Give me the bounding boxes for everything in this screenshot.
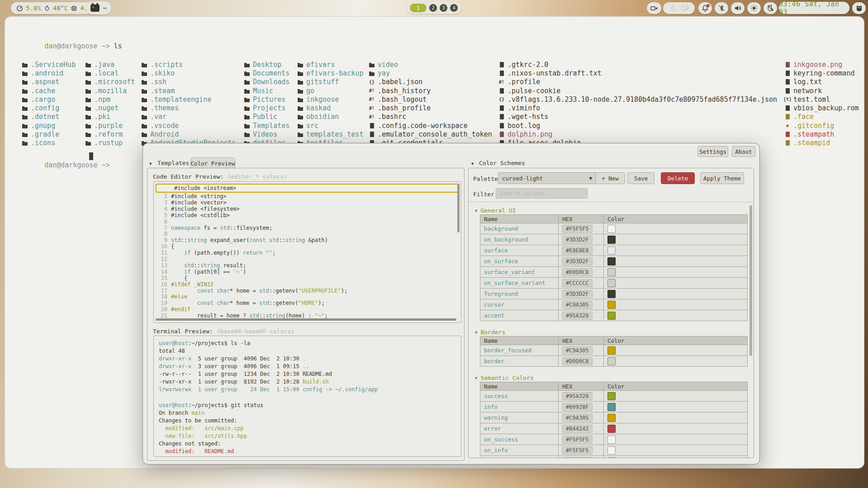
- templates-collapse-icon[interactable]: ▼: [149, 161, 152, 166]
- color-swatch[interactable]: [607, 312, 616, 320]
- color-schemes-collapse-icon[interactable]: ▼: [471, 161, 474, 166]
- hex-value-field[interactable]: #95A328: [562, 312, 593, 320]
- color-row[interactable]: on_background#3D3D2F: [480, 234, 748, 245]
- hex-value-field[interactable]: #F5F5F5: [562, 457, 593, 459]
- color-row[interactable]: on_surface#3D3D2F: [480, 256, 748, 267]
- color-row[interactable]: surface#E8E8E8: [480, 245, 748, 256]
- apply-theme-button[interactable]: Apply Theme: [700, 172, 744, 184]
- folder-icon: [141, 114, 147, 120]
- screencast-button[interactable]: [647, 2, 661, 14]
- color-row[interactable]: error#B44242: [480, 423, 748, 434]
- color-swatch[interactable]: [607, 246, 616, 255]
- color-row[interactable]: border#D0D0C8: [480, 356, 748, 367]
- color-swatch[interactable]: [607, 457, 616, 459]
- save-palette-button[interactable]: Save: [627, 172, 655, 184]
- color-name: on_info: [484, 447, 508, 454]
- hex-value-field[interactable]: #3D3D2F: [562, 257, 593, 265]
- new-palette-button[interactable]: + New: [595, 172, 625, 184]
- workspace-1[interactable]: 1: [410, 4, 427, 12]
- inactive-tray-group[interactable]: [663, 2, 695, 14]
- section-header-semantic-colors[interactable]: ▼Semantic Colors: [475, 374, 534, 381]
- hex-value-field[interactable]: #C9A305: [562, 301, 593, 309]
- color-swatch[interactable]: [607, 414, 616, 422]
- workspace-3[interactable]: 3: [440, 4, 447, 12]
- panel-scrollbar[interactable]: [749, 205, 752, 356]
- terminal-preview-hint: (base00-base0F colors): [217, 328, 294, 335]
- color-row[interactable]: info#60928F: [480, 402, 748, 412]
- section-header-general-ui[interactable]: ▼General UI: [475, 207, 516, 214]
- folder-icon: [244, 123, 250, 129]
- section-header-borders[interactable]: ▼Borders: [475, 329, 505, 336]
- color-swatch[interactable]: [607, 446, 616, 455]
- ls-entry: .purple: [85, 121, 135, 130]
- delete-palette-button[interactable]: Delete: [661, 172, 695, 184]
- file-name: .mozilla: [94, 87, 127, 95]
- color-swatch[interactable]: [607, 425, 616, 433]
- color-row[interactable]: border_focused#C9A305: [480, 345, 748, 356]
- code-editor-preview[interactable]: #include <iostream>2#include <string>3#i…: [153, 181, 461, 323]
- color-row[interactable]: cursor#C9A305: [480, 299, 748, 310]
- color-row[interactable]: accent#95A328: [480, 310, 748, 321]
- color-row[interactable]: on_surface_variant#CCCCCC: [480, 278, 748, 289]
- line-number: 3: [154, 199, 167, 206]
- workspace-2[interactable]: 2: [429, 4, 437, 12]
- workspace-4[interactable]: 4: [450, 4, 458, 12]
- filter-input[interactable]: [496, 188, 588, 199]
- hex-value-field[interactable]: #F5F5F5: [562, 446, 593, 455]
- color-row[interactable]: foreground#3D3D2F: [480, 289, 748, 299]
- color-swatch[interactable]: [607, 301, 616, 309]
- color-schemes-header[interactable]: Color Schemes: [479, 160, 525, 166]
- bluetooth-button[interactable]: [715, 2, 728, 14]
- color-row[interactable]: surface_variant#D0D0C8: [480, 267, 748, 278]
- hex-value-field[interactable]: #60928F: [562, 403, 593, 411]
- color-swatch[interactable]: [607, 257, 616, 265]
- palette-dropdown[interactable]: cursed-light ▼: [498, 172, 596, 184]
- color-swatch[interactable]: [607, 225, 616, 233]
- hex-value-field[interactable]: #C9A305: [562, 346, 593, 355]
- color-row[interactable]: on_warning#F5F5F5: [480, 456, 748, 459]
- color-swatch[interactable]: [607, 403, 616, 411]
- tab-color-preview[interactable]: Color Preview: [190, 157, 235, 169]
- color-swatch[interactable]: [607, 279, 616, 287]
- terminal-preview[interactable]: user@host:~/projects$ ls -latotal 48drwx…: [153, 336, 461, 457]
- hex-value-field[interactable]: #F5F5F5: [562, 436, 593, 444]
- section-collapse-icon: ▼: [475, 376, 477, 380]
- settings-button[interactable]: Settings: [697, 146, 728, 157]
- color-swatch[interactable]: [607, 346, 616, 355]
- volume-button[interactable]: [731, 2, 745, 14]
- color-row[interactable]: background#F5F5F5: [480, 223, 748, 234]
- night-light-button[interactable]: [764, 2, 777, 14]
- hex-value-field[interactable]: #E8E8E8: [562, 246, 593, 255]
- power-menu-button[interactable]: [852, 2, 866, 14]
- brightness-button[interactable]: [747, 2, 761, 14]
- color-swatch[interactable]: [607, 392, 616, 400]
- about-button[interactable]: About: [732, 146, 755, 157]
- hex-value-field[interactable]: #CCCCCC: [562, 279, 593, 287]
- notifications-button[interactable]: [698, 2, 712, 14]
- hex-value-field[interactable]: #D0D0C8: [562, 268, 593, 276]
- hex-value-field[interactable]: #D0D0C8: [562, 357, 593, 365]
- color-row[interactable]: on_success#F5F5F5: [480, 434, 748, 445]
- hex-value-field[interactable]: #3D3D2F: [562, 290, 593, 298]
- focused-app-widget[interactable]: ~: [86, 1, 111, 14]
- color-swatch[interactable]: [607, 268, 616, 276]
- hex-value-field[interactable]: #3D3D2F: [562, 236, 593, 244]
- color-row[interactable]: on_info#F5F5F5: [480, 445, 748, 456]
- hex-value-field[interactable]: #C9A305: [562, 414, 593, 422]
- color-row[interactable]: success#95A328: [480, 391, 748, 402]
- clock-widget[interactable]: 03:46 Sat, Jan 03: [779, 2, 849, 14]
- color-row[interactable]: warning#C9A305: [480, 412, 748, 423]
- owl-icon: [855, 5, 863, 12]
- code-vertical-scrollbar[interactable]: [457, 184, 460, 232]
- hex-value-field[interactable]: #95A328: [562, 392, 593, 400]
- folder-icon: [244, 105, 250, 111]
- hex-value-field[interactable]: #F5F5F5: [562, 225, 593, 233]
- color-swatch[interactable]: [607, 290, 616, 298]
- hex-value-field[interactable]: #B44242: [562, 425, 593, 433]
- templates-header[interactable]: Templates: [157, 160, 189, 166]
- color-swatch[interactable]: [607, 357, 616, 365]
- theme-engine-dialog[interactable]: Settings About ▼ Templates Color Preview…: [142, 143, 760, 464]
- color-swatch[interactable]: [607, 236, 616, 244]
- terminal-preview-line: Changes to be committed:: [159, 417, 237, 424]
- color-swatch[interactable]: [607, 436, 616, 444]
